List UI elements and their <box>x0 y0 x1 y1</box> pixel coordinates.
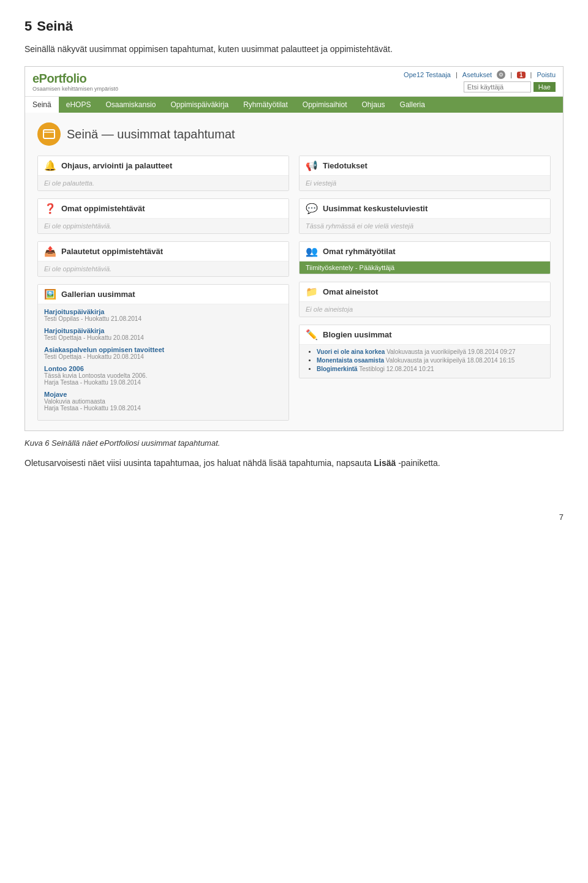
ryhmatyotilat-body: Tiimityöskentely - Pääkäyttäjä <box>300 261 550 274</box>
blogit-body: Vuori ei ole aina korkea Valokuvausta ja… <box>300 345 550 378</box>
aineistot-body: Ei ole aineistoja <box>300 302 550 317</box>
palautetut-title: Palautetut oppimistehtävät <box>61 247 163 256</box>
gallery-meta-3: Testi Opettaja - Huokattu 20.08.2014 <box>44 353 282 360</box>
blog-meta-1: Valokuvausta ja vuorikiipeilyä 19.08.201… <box>386 348 516 355</box>
group-item[interactable]: Tiimityöskentely - Pääkäyttäjä <box>300 261 550 274</box>
body-text-bold: Lisää <box>374 458 396 468</box>
omat-tehtavat-header: ❓ Omat oppimistehtävät <box>38 199 288 219</box>
nav-item-ehops[interactable]: eHOPS <box>59 97 99 113</box>
galleria-icon: 🖼️ <box>44 288 56 300</box>
keskustelu-body: Tässä ryhmässä ei ole vielä viestejä <box>300 219 550 233</box>
palautetut-tehtavat-section: 📤 Palautetut oppimistehtävät Ei ole oppi… <box>37 241 289 277</box>
settings-link[interactable]: Asetukset <box>462 71 492 78</box>
notification-badge: 1 <box>517 72 526 78</box>
blogit-header: ✏️ Blogien uusimmat <box>300 325 550 345</box>
settings-icon: ⚙ <box>497 70 505 79</box>
aineistot-empty: Ei ole aineistoja <box>306 306 353 313</box>
gallery-meta-5a: Valokuvia autiomaasta <box>44 398 282 405</box>
ohjaus-title: Ohjaus, arviointi ja palautteet <box>61 161 172 170</box>
separator2: | <box>510 71 512 78</box>
separator: | <box>456 71 458 78</box>
ryhmatyotilat-header: 👥 Omat ryhmätyötilat <box>300 242 550 261</box>
galleria-title: Gallerian uusimmat <box>61 290 135 299</box>
nav-item-oppimisaihiot[interactable]: Oppimisaihiot <box>295 97 355 113</box>
aineistot-header: 📁 Omat aineistot <box>300 282 550 302</box>
blog-title-2[interactable]: Monentaista osaamista <box>317 357 384 364</box>
omat-tehtavat-body: Ei ole oppimistehtäviä. <box>38 219 288 233</box>
blog-meta-2: Valokuvausta ja vuorikiipeilyä 18.08.201… <box>386 357 515 364</box>
keskustelu-empty: Tässä ryhmässä ei ole vielä viestejä <box>306 222 413 230</box>
body-text-line1: Oletusarvoisesti näet viisi uusinta tapa… <box>24 458 374 468</box>
screenshot-box: ePortfolio Osaamisen kehittämisen ympäri… <box>24 66 564 431</box>
blog-meta-3: Testiblogi 12.08.2014 10:21 <box>359 366 434 372</box>
omat-tehtavat-title: Omat oppimistehtävät <box>61 204 145 213</box>
search-row: Hae <box>464 81 556 92</box>
aineistot-title: Omat aineistot <box>323 287 378 296</box>
blog-title-3[interactable]: Blogimerkintä <box>317 366 358 372</box>
nav-item-ohjaus[interactable]: Ohjaus <box>355 97 393 113</box>
blogit-section: ✏️ Blogien uusimmat Vuori ei ole aina ko… <box>299 325 551 378</box>
screenshot-caption: Kuva 6 Seinällä näet ePortfoliosi uusimm… <box>24 438 564 448</box>
keskustelu-section: 💬 Uusimmat keskusteluviestit Tässä ryhmä… <box>299 198 551 234</box>
logout-link[interactable]: Poistu <box>537 71 556 78</box>
gallery-item-2: Harjoituspäiväkirja Testi Opettaja - Huo… <box>44 327 282 341</box>
nav-bar: Seinä eHOPS Osaamiskansio Oppimispäiväki… <box>25 97 563 113</box>
gallery-title-1[interactable]: Harjoituspäiväkirja <box>44 308 282 315</box>
page-content: 5 Seinä Seinällä näkyvät uusimmat oppimi… <box>0 0 588 488</box>
blogit-icon: ✏️ <box>306 329 318 340</box>
gallery-item-5: Mojave Valokuvia autiomaasta Harja Testa… <box>44 391 282 411</box>
body-paragraph: Oletusarvoisesti näet viisi uusinta tapa… <box>24 456 564 470</box>
nav-item-osaamiskansio[interactable]: Osaamiskansio <box>98 97 163 113</box>
blog-item-1: Vuori ei ole aina korkea Valokuvausta ja… <box>317 348 544 355</box>
tiedotukset-icon: 📢 <box>306 160 318 171</box>
blog-item-2: Monentaista osaamista Valokuvausta ja vu… <box>317 357 544 364</box>
ohjaus-body: Ei ole palautetta. <box>38 176 288 190</box>
separator3: | <box>530 71 532 78</box>
tiedotukset-section: 📢 Tiedotukset Ei viestejä <box>299 156 551 191</box>
gallery-meta-4b: Harja Testaa - Huokattu 19.08.2014 <box>44 379 282 386</box>
ryhmatyotilat-icon: 👥 <box>306 246 318 257</box>
blog-list: Vuori ei ole aina korkea Valokuvausta ja… <box>306 348 544 372</box>
palautetut-empty: Ei ole oppimistehtäviä. <box>44 265 111 272</box>
blog-item-3: Blogimerkintä Testiblogi 12.08.2014 10:2… <box>317 366 544 372</box>
gallery-title-2[interactable]: Harjoituspäiväkirja <box>44 327 282 334</box>
topbar: ePortfolio Osaamisen kehittämisen ympäri… <box>25 67 563 97</box>
keskustelu-title: Uusimmat keskusteluviestit <box>323 204 428 213</box>
nav-item-seina[interactable]: Seinä <box>25 97 59 113</box>
omat-tehtavat-icon: ❓ <box>44 203 56 214</box>
nav-item-ryhmatyotilat[interactable]: Ryhmätyötilat <box>236 97 295 113</box>
search-button[interactable]: Hae <box>533 82 556 92</box>
ohjaus-icon: 🔔 <box>44 160 56 171</box>
page-main-title: Seinä — uusimmat tapahtumat <box>67 127 235 141</box>
nav-item-galleria[interactable]: Galleria <box>393 97 432 113</box>
gallery-title-3[interactable]: Asiakaspalvelun oppimisen tavoitteet <box>44 346 282 353</box>
col-right: 📢 Tiedotukset Ei viestejä 💬 Uusimmat kes… <box>299 156 551 421</box>
ryhmatyotilat-title: Omat ryhmätyötilat <box>323 247 395 256</box>
logo: ePortfolio Osaamisen kehittämisen ympäri… <box>32 72 118 92</box>
gallery-title-4[interactable]: Lontoo 2006 <box>44 365 282 372</box>
keskustelu-icon: 💬 <box>306 203 318 214</box>
palautetut-header: 📤 Palautetut oppimistehtävät <box>38 242 288 261</box>
tiedotukset-body: Ei viestejä <box>300 176 550 190</box>
seina-icon <box>37 122 61 146</box>
user-row: Ope12 Testaaja | Asetukset ⚙ | 1 | Poist… <box>404 70 556 79</box>
section-title: Seinä <box>37 18 73 34</box>
aineistot-section: 📁 Omat aineistot Ei ole aineistoja <box>299 282 551 317</box>
gallery-meta-4a: Tässä kuvia Lontoosta vuodelta 2006. <box>44 372 282 379</box>
user-name-link[interactable]: Ope12 Testaaja <box>404 71 451 78</box>
intro-paragraph: Seinällä näkyvät uusimmat oppimisen tapa… <box>24 44 564 54</box>
omat-tehtavat-section: ❓ Omat oppimistehtävät Ei ole oppimisteh… <box>37 198 289 234</box>
blog-title-1[interactable]: Vuori ei ole aina korkea <box>317 348 385 355</box>
palautetut-body: Ei ole oppimistehtäviä. <box>38 261 288 276</box>
screenshot-main: Seinä — uusimmat tapahtumat 🔔 Ohjaus, ar… <box>25 113 563 430</box>
aineistot-icon: 📁 <box>306 286 318 298</box>
gallery-title-5[interactable]: Mojave <box>44 391 282 398</box>
tiedotukset-header: 📢 Tiedotukset <box>300 156 550 176</box>
col-left: 🔔 Ohjaus, arviointi ja palautteet Ei ole… <box>37 156 289 421</box>
ohjaus-section: 🔔 Ohjaus, arviointi ja palautteet Ei ole… <box>37 156 289 191</box>
nav-item-oppimispaivakirja[interactable]: Oppimispäiväkirja <box>163 97 236 113</box>
ohjaus-empty: Ei ole palautetta. <box>44 179 94 187</box>
search-input[interactable] <box>464 81 531 92</box>
keskustelu-header: 💬 Uusimmat keskusteluviestit <box>300 199 550 219</box>
galleria-section: 🖼️ Gallerian uusimmat Harjoituspäiväkirj… <box>37 284 289 421</box>
